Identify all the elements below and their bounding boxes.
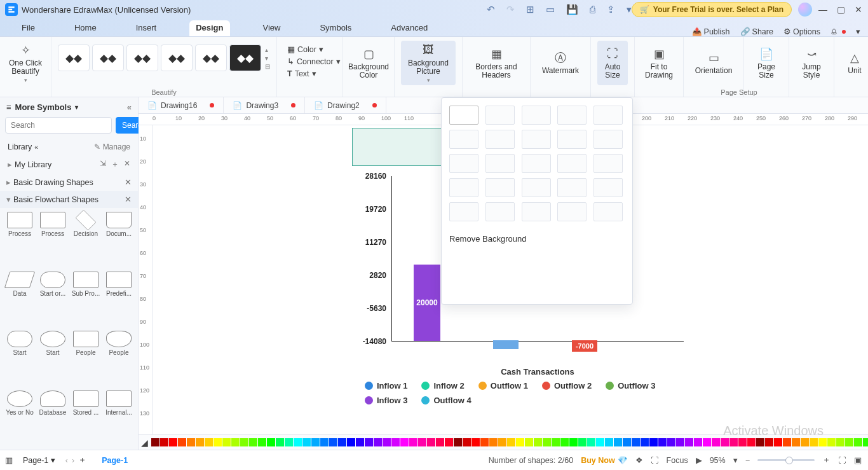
color-swatch[interactable] — [578, 438, 587, 446]
focus-button[interactable]: Focus — [667, 456, 688, 465]
color-swatch[interactable] — [169, 438, 177, 446]
color-swatch[interactable] — [489, 438, 498, 446]
notifications-icon[interactable]: 🕭 — [831, 27, 846, 36]
color-swatch[interactable] — [374, 438, 382, 446]
add-page-icon[interactable]: ＋ — [78, 455, 86, 466]
bg-swatch[interactable] — [522, 106, 551, 125]
bg-swatch[interactable] — [485, 154, 515, 173]
background-picture-button[interactable]: 🖼 Background Picture ▾ — [401, 41, 456, 85]
theme-swatch-5[interactable]: ◆◆ — [195, 45, 227, 71]
auto-size-button[interactable]: ⛶ Auto Size — [597, 41, 628, 85]
theme-down-icon[interactable]: ▾ — [265, 55, 270, 62]
color-swatch[interactable] — [222, 438, 231, 446]
color-swatch[interactable] — [712, 438, 720, 446]
color-swatch[interactable] — [756, 438, 764, 446]
color-swatch[interactable] — [810, 438, 818, 446]
color-swatch[interactable] — [658, 438, 667, 446]
shape-item[interactable]: Sub Pro... — [70, 270, 102, 329]
color-swatch[interactable] — [249, 438, 257, 446]
bg-swatch[interactable] — [485, 106, 515, 125]
shape-item[interactable]: Internal... — [103, 389, 135, 448]
color-swatch[interactable] — [854, 438, 862, 446]
bg-swatch[interactable] — [557, 130, 587, 149]
color-swatch[interactable] — [454, 438, 462, 446]
color-swatch[interactable] — [187, 438, 195, 446]
color-swatch[interactable] — [827, 438, 836, 446]
shape-item[interactable]: Database — [37, 389, 69, 448]
search-input[interactable] — [5, 117, 112, 134]
close-button[interactable]: ✕ — [854, 4, 863, 15]
color-swatch[interactable] — [818, 438, 827, 446]
bg-swatch[interactable] — [557, 154, 587, 173]
color-swatch[interactable] — [685, 438, 693, 446]
color-swatch[interactable] — [587, 438, 595, 446]
bg-swatch[interactable] — [522, 154, 551, 173]
color-swatch[interactable] — [400, 438, 409, 446]
bar-outflow2[interactable]: -7000 — [572, 340, 597, 352]
color-swatch[interactable] — [436, 438, 444, 446]
color-swatch[interactable] — [151, 438, 159, 446]
fit-to-drawing-button[interactable]: ▣ Fit to Drawing — [641, 41, 677, 85]
bg-swatch[interactable] — [593, 154, 623, 173]
menu-chevron-icon[interactable]: ▾ — [856, 27, 860, 36]
color-swatch[interactable] — [641, 438, 649, 446]
color-swatch[interactable] — [801, 438, 809, 446]
bg-swatch[interactable] — [593, 130, 623, 149]
color-swatch[interactable] — [774, 438, 782, 446]
color-swatch[interactable] — [676, 438, 684, 446]
color-swatch[interactable] — [552, 438, 560, 446]
shape-item[interactable]: Data — [4, 270, 36, 329]
borders-headers-button[interactable]: ▦ Borders and Headers — [469, 41, 524, 85]
color-swatch[interactable] — [329, 438, 337, 446]
prev-page-icon[interactable]: ‹ — [65, 456, 68, 465]
shape-item[interactable]: Yes or No — [4, 389, 36, 448]
manage-link[interactable]: ✎ Manage — [94, 142, 130, 151]
color-swatch[interactable] — [463, 438, 471, 446]
share-link[interactable]: 🔗 Share — [740, 27, 773, 36]
fullscreen-icon[interactable]: ▣ — [854, 455, 862, 465]
color-swatch[interactable] — [347, 438, 355, 446]
color-swatch[interactable] — [294, 438, 302, 446]
theme-swatch-6[interactable]: ◆◆ — [229, 45, 261, 71]
bg-swatch[interactable] — [557, 106, 587, 125]
remove-background-item[interactable]: Remove Background — [449, 234, 625, 244]
color-swatch[interactable] — [320, 438, 329, 446]
text-menu[interactable]: T Text ▾ — [287, 69, 341, 78]
color-swatch[interactable] — [649, 438, 658, 446]
color-swatch[interactable] — [258, 438, 266, 446]
color-swatch[interactable] — [240, 438, 248, 446]
minimize-button[interactable]: — — [818, 4, 827, 15]
color-swatch[interactable] — [427, 438, 435, 446]
shape-item[interactable]: Predefi... — [103, 270, 135, 329]
present-icon[interactable]: ⛶ — [651, 456, 659, 465]
color-swatch[interactable] — [560, 438, 569, 446]
play-icon[interactable]: ▶ — [696, 455, 702, 465]
color-swatch[interactable] — [729, 438, 738, 446]
new-icon[interactable]: ⊞ — [526, 4, 534, 15]
theme-swatch-2[interactable]: ◆◆ — [92, 45, 124, 71]
theme-up-icon[interactable]: ▴ — [265, 46, 270, 53]
color-menu[interactable]: ▦ Color ▾ — [287, 45, 341, 54]
orientation-button[interactable]: ▭ Orientation — [690, 41, 737, 85]
bg-swatch[interactable] — [593, 178, 623, 197]
zoom-out-icon[interactable]: − — [745, 456, 750, 465]
color-swatch[interactable] — [178, 438, 186, 446]
publish-link[interactable]: 📤 Publish — [692, 27, 730, 36]
bg-swatch[interactable] — [449, 154, 478, 173]
close-section-icon[interactable]: ✕ — [125, 195, 132, 204]
color-swatch[interactable] — [792, 438, 800, 446]
trial-banner[interactable]: 🛒 Your Free Trial is over. Select a Plan — [632, 2, 792, 17]
doc-tab[interactable]: 📄 Drawing16 — [139, 97, 224, 113]
tab-symbols[interactable]: Symbols — [313, 20, 358, 36]
tab-insert[interactable]: Insert — [130, 20, 163, 36]
shape-item[interactable]: People — [70, 329, 102, 388]
color-swatch[interactable] — [525, 438, 533, 446]
jump-style-button[interactable]: ⤻ Jump Style — [796, 41, 827, 85]
options-link[interactable]: ⚙ Options — [783, 27, 820, 36]
bg-swatch[interactable] — [449, 106, 478, 125]
bg-swatch[interactable] — [485, 202, 515, 221]
color-swatch[interactable] — [205, 438, 213, 446]
color-swatch[interactable] — [445, 438, 453, 446]
lib-add-icon[interactable]: ＋ — [111, 159, 119, 170]
bg-swatch[interactable] — [485, 178, 515, 197]
